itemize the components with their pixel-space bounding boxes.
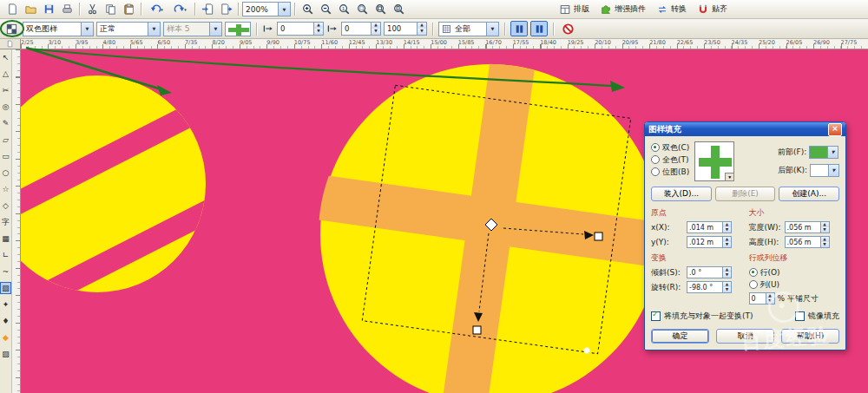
chevron-down-icon[interactable]: ▼	[278, 3, 290, 16]
radio-icon[interactable]	[749, 268, 758, 277]
opacity-field[interactable]: 100 ▲▼	[384, 22, 427, 36]
tile-offset-field[interactable]: 0▲▼	[749, 292, 775, 305]
interactive-fill-tool[interactable]: ▧	[0, 282, 11, 294]
ruler-origin-corner[interactable]	[0, 39, 21, 49]
basic-shapes-tool[interactable]: ◇	[0, 200, 11, 212]
pattern-swatch-button[interactable]	[225, 22, 251, 36]
chevron-down-icon[interactable]: ▼	[486, 23, 498, 36]
tile-toggle-button-1[interactable]	[510, 21, 528, 36]
spinner-arrows[interactable]: ▲▼	[722, 222, 731, 233]
zoom-tool[interactable]: ◎	[0, 101, 11, 113]
open-button[interactable]	[22, 2, 39, 17]
layout-button[interactable]: 排版	[554, 2, 595, 17]
origin-y-field[interactable]: .012 m▲▼	[687, 236, 732, 248]
undo-button[interactable]: ▾	[145, 2, 168, 17]
rectangle-tool[interactable]: ▭	[0, 150, 11, 162]
spinner-arrows[interactable]: ▲▼	[417, 23, 426, 35]
cancel-button[interactable]: 取消	[716, 329, 774, 344]
spinner-arrows[interactable]: ▲▼	[766, 293, 774, 304]
apply-to-combo[interactable]: 全部 ▼	[438, 22, 499, 36]
zoom-out-button[interactable]	[317, 2, 334, 17]
tile-node-dot[interactable]	[584, 348, 590, 354]
close-icon[interactable]: ×	[828, 123, 842, 136]
new-document-button[interactable]	[3, 2, 21, 17]
smart-fill-tool[interactable]: ▱	[0, 134, 11, 146]
freehand-tool[interactable]: ✎	[0, 117, 11, 129]
transform-with-object-checkbox[interactable]	[651, 311, 661, 321]
chevron-down-icon[interactable]: ▼	[81, 23, 93, 36]
horizontal-ruler[interactable]: 2/253/103/954/805/656/507/358/209/059/90…	[21, 39, 868, 49]
snap-button[interactable]: 贴齐	[692, 2, 733, 17]
zoom-in-button[interactable]	[299, 2, 316, 17]
load-button[interactable]: 装入(D)...	[651, 187, 712, 201]
save-button[interactable]	[40, 2, 57, 17]
spinner-arrows[interactable]: ▲▼	[722, 282, 731, 292]
tile-toggle-button-2[interactable]	[530, 21, 548, 36]
shape-tool[interactable]: △	[0, 68, 11, 80]
text-tool[interactable]: 字	[0, 216, 11, 228]
skew-field[interactable]: .0 °▲▼	[687, 266, 732, 278]
pick-tool[interactable]: ↖	[0, 51, 11, 63]
zoom-page-button[interactable]	[390, 2, 407, 17]
offset-field-2[interactable]: 0 ▲▼	[341, 22, 381, 36]
col-radio[interactable]: 列(U)	[749, 278, 840, 291]
vertical-ruler[interactable]	[12, 49, 21, 393]
chevron-down-icon[interactable]: ▼	[827, 147, 838, 158]
eyedropper-tool[interactable]: ✦	[0, 298, 11, 311]
blend-mode-combo[interactable]: 正常 ▼	[96, 22, 161, 36]
spinner-arrows[interactable]: ▲▼	[371, 23, 380, 35]
pattern-type-radio[interactable]: 全色(T)	[651, 154, 689, 166]
zoom-level-combo[interactable]: 200% ▼	[242, 2, 291, 16]
zoom-fit-button[interactable]	[372, 2, 389, 17]
pattern-fill-tool-button[interactable]	[3, 21, 20, 36]
print-button[interactable]	[58, 2, 76, 17]
dimension-tool[interactable]: ∟	[0, 249, 11, 261]
row-radio[interactable]: 行(O)	[749, 266, 840, 278]
origin-x-field[interactable]: .014 m▲▼	[687, 221, 732, 233]
crop-tool[interactable]: ✂	[0, 84, 11, 96]
connector-tool[interactable]: ~	[0, 265, 11, 278]
table-tool[interactable]: ▦	[0, 233, 11, 245]
spinner-arrows[interactable]: ▲▼	[820, 237, 829, 247]
help-button[interactable]: 帮助(H)	[781, 329, 839, 344]
export-button[interactable]	[217, 2, 234, 17]
fill-type-combo[interactable]: 双色图样 ▼	[23, 22, 94, 36]
spinner-arrows[interactable]: ▲▼	[722, 237, 731, 247]
pattern-type-radio[interactable]: 位图(B)	[651, 166, 689, 178]
zoom-selection-button[interactable]	[353, 2, 371, 17]
plugins-button[interactable]: 增强插件	[595, 2, 651, 17]
radio-icon[interactable]	[651, 155, 660, 164]
paste-button[interactable]	[120, 2, 137, 17]
front-color-picker[interactable]: ▼	[809, 146, 838, 159]
redo-button[interactable]: ▾	[168, 2, 191, 17]
width-field[interactable]: .056 m▲▼	[785, 221, 830, 233]
tile-height-handle[interactable]	[473, 326, 481, 334]
create-button[interactable]: 创建(A)...	[779, 187, 839, 201]
copy-button[interactable]	[102, 2, 119, 17]
outline-pen-tool[interactable]: ♦	[0, 315, 11, 327]
zoom-actual-button[interactable]	[335, 2, 352, 17]
spinner-arrows[interactable]: ▲▼	[722, 267, 731, 278]
rotate-field[interactable]: -98.0 °▲▼	[687, 281, 732, 293]
transparency-tool[interactable]: ▨	[0, 348, 11, 360]
ellipse-tool[interactable]: ○	[0, 167, 11, 179]
radio-icon[interactable]	[749, 280, 758, 289]
tile-width-handle[interactable]	[595, 233, 602, 240]
dialog-titlebar[interactable]: 图样填充 ×	[645, 122, 845, 136]
no-fill-button[interactable]	[559, 21, 576, 36]
polygon-tool[interactable]: ☆	[0, 183, 11, 195]
back-color-picker[interactable]: ▼	[810, 164, 839, 177]
convert-button[interactable]: 转换	[651, 2, 692, 17]
chevron-down-icon[interactable]: ▼	[725, 173, 734, 181]
chevron-down-icon[interactable]: ▼	[828, 165, 838, 176]
cut-button[interactable]	[83, 2, 101, 17]
mirror-fill-checkbox[interactable]	[795, 311, 805, 321]
pattern-type-radio[interactable]: 双色(C)	[651, 141, 689, 154]
ok-button[interactable]: 确定	[651, 329, 709, 344]
spinner-arrows[interactable]: ▲▼	[313, 23, 323, 35]
spinner-arrows[interactable]: ▲▼	[820, 222, 829, 233]
offset-field-1[interactable]: 0 ▲▼	[277, 22, 324, 36]
chevron-down-icon[interactable]: ▼	[148, 23, 160, 36]
radio-icon[interactable]	[651, 167, 660, 176]
fill-tool[interactable]: ◆	[0, 331, 11, 344]
